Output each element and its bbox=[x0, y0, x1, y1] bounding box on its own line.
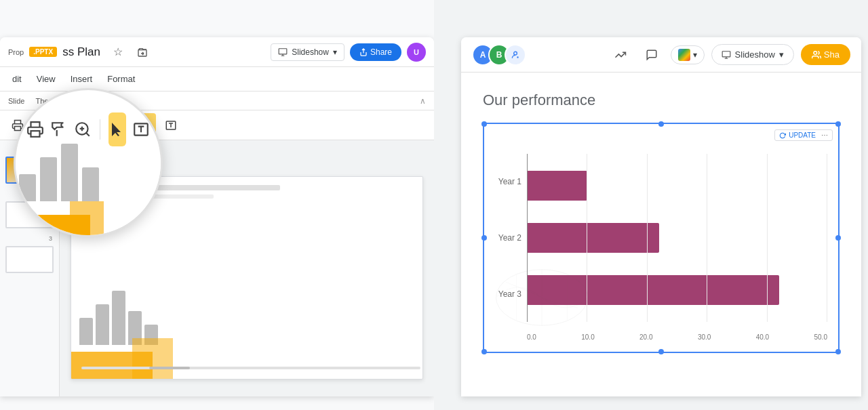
magnify-circle bbox=[14, 88, 163, 237]
mag-orange-2 bbox=[70, 201, 104, 235]
map-decoration bbox=[491, 264, 593, 331]
slideshow-label-left: Slideshow bbox=[292, 47, 329, 57]
meet-icon bbox=[678, 49, 690, 61]
svg-rect-0 bbox=[138, 49, 146, 56]
svg-rect-1 bbox=[279, 48, 287, 54]
pptx-badge: .PPTX bbox=[29, 47, 57, 57]
selection-anchor-mr bbox=[835, 235, 841, 241]
share-label-right: Sha bbox=[824, 49, 840, 60]
x-label-0: 0.0 bbox=[527, 333, 536, 341]
user-avatar-left[interactable]: U bbox=[407, 43, 426, 62]
mag-toolbar bbox=[16, 110, 161, 148]
menu-item-format[interactable]: Format bbox=[100, 70, 142, 88]
collapse-btn[interactable]: ∧ bbox=[420, 96, 426, 106]
left-menubar: dit View Insert Format bbox=[0, 67, 434, 91]
svg-marker-8 bbox=[112, 123, 121, 136]
mag-print-btn bbox=[26, 112, 45, 146]
share-button-left[interactable]: Share bbox=[350, 43, 401, 61]
app-name: Prop bbox=[8, 48, 24, 56]
update-label: UPDATE bbox=[789, 131, 816, 139]
selection-anchor-bl bbox=[481, 349, 487, 354]
chart-container[interactable]: UPDATE ⋯ Year 1 Year 2 Year 3 bbox=[483, 123, 840, 353]
doc-title: ss Plan bbox=[62, 45, 100, 59]
chart-title: Our performance bbox=[483, 91, 840, 109]
share-button-right[interactable]: Sha bbox=[801, 44, 850, 65]
star-icon[interactable]: ☆ bbox=[108, 43, 127, 62]
svg-point-10 bbox=[514, 52, 517, 55]
x-label-10: 10.0 bbox=[581, 333, 594, 341]
x-label-40: 40.0 bbox=[756, 333, 769, 341]
chart-slide: Our performance UPDATE ⋯ bbox=[461, 73, 861, 396]
menu-item-view[interactable]: View bbox=[30, 70, 62, 88]
x-label-20: 20.0 bbox=[639, 333, 652, 341]
mag-paint-btn bbox=[50, 112, 68, 146]
slideshow-button-right[interactable]: Slideshow ▾ bbox=[711, 44, 794, 65]
right-panel: A B ▾ Slideshow bbox=[434, 0, 868, 410]
comment-icon[interactable] bbox=[639, 43, 664, 67]
x-label-30: 30.0 bbox=[698, 333, 711, 341]
avatar-add-user[interactable] bbox=[505, 44, 526, 66]
right-titlebar: A B ▾ Slideshow bbox=[461, 37, 861, 73]
y-label-year2: Year 2 bbox=[498, 233, 521, 243]
left-panel: Prop .PPTX ss Plan ☆ Slideshow ▾ Share U… bbox=[0, 0, 434, 410]
selection-anchor-ml bbox=[481, 235, 487, 241]
mag-textbox-btn bbox=[132, 112, 150, 146]
menu-item-insert[interactable]: Insert bbox=[64, 70, 100, 88]
selection-anchor-br bbox=[835, 349, 841, 354]
selection-anchor-tl bbox=[481, 121, 487, 127]
slideshow-label-right: Slideshow bbox=[735, 49, 775, 60]
horizontal-scrollbar[interactable] bbox=[81, 367, 420, 369]
svg-rect-11 bbox=[722, 51, 730, 56]
y-label-year1: Year 1 bbox=[498, 177, 521, 186]
chart-options-icon[interactable]: ⋯ bbox=[821, 131, 828, 139]
move-to-folder-icon[interactable] bbox=[133, 43, 152, 62]
slideshow-button-left[interactable]: Slideshow ▾ bbox=[271, 43, 344, 61]
slideshow-chevron-left: ▾ bbox=[333, 47, 337, 57]
chart-update-button[interactable]: UPDATE ⋯ bbox=[774, 129, 833, 141]
slide-design-orange2 bbox=[132, 338, 173, 379]
slideshow-chevron-right: ▾ bbox=[779, 49, 784, 60]
mag-cursor-btn bbox=[108, 112, 127, 146]
trend-icon[interactable] bbox=[608, 43, 633, 67]
mag-slide bbox=[16, 158, 161, 235]
selection-anchor-tm bbox=[658, 121, 664, 127]
svg-point-12 bbox=[814, 51, 817, 54]
right-window: A B ▾ Slideshow bbox=[461, 37, 861, 396]
left-titlebar: Prop .PPTX ss Plan ☆ Slideshow ▾ Share U bbox=[0, 37, 434, 67]
svg-rect-6 bbox=[31, 131, 40, 137]
text-box-button[interactable] bbox=[159, 113, 183, 138]
avatar-group: A B bbox=[472, 44, 526, 66]
x-label-50: 50.0 bbox=[814, 333, 827, 341]
meet-button[interactable]: ▾ bbox=[671, 45, 705, 64]
selection-anchor-tr bbox=[835, 121, 841, 127]
meet-label: ▾ bbox=[693, 50, 697, 60]
mag-zoom-btn bbox=[73, 112, 92, 146]
menu-item-edit[interactable]: dit bbox=[5, 70, 28, 88]
selection-anchor-bm bbox=[658, 349, 664, 354]
slide-thumb-3[interactable] bbox=[5, 246, 54, 273]
